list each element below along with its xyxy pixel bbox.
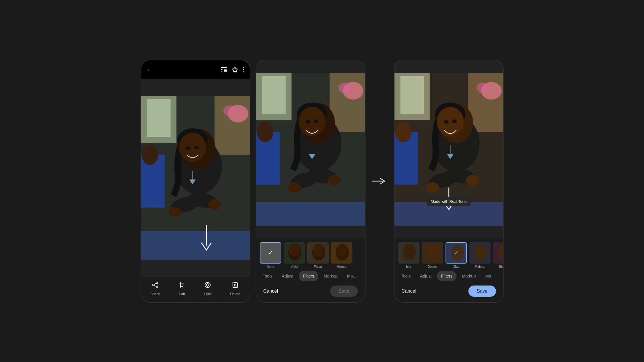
filter-desert-thumb [422,242,443,264]
lens-label: Lens [204,292,212,296]
filter-blush-thumb [493,242,503,264]
svg-point-83 [476,82,488,93]
delete-button[interactable]: Delete [230,281,241,296]
svg-point-64 [288,182,301,193]
svg-rect-81 [468,73,503,132]
svg-point-70 [289,245,300,256]
cast-button[interactable] [220,67,227,72]
tab-filters-2[interactable]: Filters [299,271,318,281]
edit-icon [178,281,185,290]
tab-markup-2[interactable]: Markup [319,271,342,281]
svg-point-51 [338,82,350,93]
svg-point-73 [313,245,323,256]
star-button[interactable] [232,66,238,73]
phone-1: ← [141,60,250,303]
filter-clay[interactable]: ✓ Clay [444,241,468,269]
filter-blush[interactable]: Blus... [492,241,503,269]
phone1-toolbar: Share Edit [141,277,250,302]
share-label: Share [150,292,160,296]
svg-point-10 [223,105,235,116]
svg-point-38 [206,284,209,286]
svg-point-58 [306,120,310,124]
filter-clay-label: Clay [453,265,459,268]
svg-point-24 [208,199,221,210]
edit-label: Edit [179,292,185,296]
tab-row-3: Tools Adjust Filters Markup Mo [395,271,503,281]
svg-point-103 [427,244,440,261]
action-row-3: Cancel Save [395,281,503,302]
filter-palma[interactable]: Palma [468,241,492,269]
svg-rect-7 [147,99,170,137]
svg-point-23 [168,206,181,217]
action-row-2: Cancel Save [256,281,365,302]
tab-more-2[interactable]: Mo... [343,271,360,281]
tab-tools-2[interactable]: Tools [259,271,277,281]
filter-playa[interactable]: Playa [306,241,330,269]
tab-tools-3[interactable]: Tools [397,271,415,281]
svg-marker-1 [232,67,237,72]
delete-icon [232,281,238,290]
back-button[interactable]: ← [147,66,152,73]
svg-rect-48 [262,76,285,114]
filter-isla-label: Isla [406,265,411,268]
phone-2: ✓ None Vivid Playa Honey Tools Adjust Fi… [256,60,365,303]
filter-honey-thumb [331,242,352,264]
save-button-3[interactable]: Save [468,286,496,297]
filter-none-label: None [266,265,274,268]
filter-vivid[interactable]: Vivid [282,241,306,269]
photo-main-2 [256,60,365,239]
svg-point-96 [426,182,439,193]
clay-checkmark: ✓ [454,249,459,257]
none-checkmark: ✓ [268,249,273,257]
header-left: ← [147,66,152,73]
filter-desert[interactable]: Desert [421,241,444,269]
filter-palma-label: Palma [475,265,484,268]
header-right [220,66,244,73]
svg-point-29 [156,286,158,288]
photo-main [141,79,250,277]
tab-filters-3[interactable]: Filters [437,271,457,281]
svg-point-4 [243,71,244,72]
svg-point-17 [186,146,190,150]
filter-clay-thumb: ✓ [446,242,467,264]
svg-point-3 [243,69,244,70]
filter-playa-thumb [307,242,329,264]
filter-row-2: ✓ None Vivid Playa Honey [256,239,365,271]
svg-point-101 [403,244,416,261]
tab-adjust-2[interactable]: Adjust [278,271,298,281]
tab-adjust-3[interactable]: Adjust [416,271,436,281]
tab-more-3[interactable]: Mo [481,271,495,281]
filter-none[interactable]: ✓ None [259,241,282,269]
svg-point-65 [327,175,341,186]
share-button[interactable]: Share [150,281,160,296]
more-button[interactable] [243,66,244,73]
tab-markup-3[interactable]: Markup [458,271,480,281]
filter-honey[interactable]: Honey [330,241,354,269]
svg-rect-43 [233,283,238,288]
svg-point-76 [336,245,347,256]
svg-point-85 [395,122,411,142]
filter-honey-label: Honey [337,265,346,268]
svg-point-89 [437,107,464,136]
svg-point-12 [141,144,158,165]
svg-rect-98 [395,202,503,226]
svg-point-91 [452,119,457,123]
filter-isla[interactable]: Isla [397,241,421,269]
lens-icon [204,281,211,290]
filter-playa-label: Playa [314,265,322,268]
svg-point-107 [474,244,487,261]
cancel-button-3[interactable]: Cancel [402,288,416,294]
save-button-2[interactable]: Save [330,286,357,297]
lens-button[interactable]: Lens [204,281,212,296]
share-icon [152,281,159,290]
svg-point-59 [314,119,318,123]
filter-blush-label: Blus... [499,265,503,268]
filter-vivid-thumb [284,242,305,264]
filter-none-thumb: ✓ [260,242,281,264]
svg-rect-66 [256,202,365,226]
svg-rect-49 [330,73,365,132]
tab-row-2: Tools Adjust Filters Markup Mo... [256,271,365,281]
svg-point-90 [444,120,449,124]
edit-button[interactable]: Edit [178,281,185,296]
cancel-button-2[interactable]: Cancel [263,288,278,294]
